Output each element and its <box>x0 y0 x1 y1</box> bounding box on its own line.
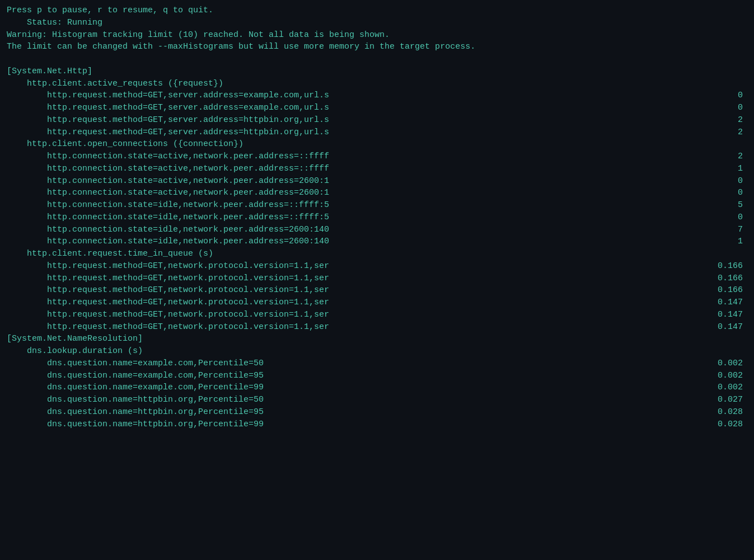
group-dns-lookup-duration-label: dns.lookup.duration (s) <box>7 345 747 357</box>
active-requests-row-0: http.request.method=GET,server.address=e… <box>7 90 747 102</box>
time-in-queue-row-5: http.request.method=GET,network.protocol… <box>7 321 747 333</box>
active-requests-row-3: http.request.method=GET,server.address=h… <box>7 126 747 139</box>
group-time-in-queue-label: http.client.request.time_in_queue (s) <box>7 248 747 260</box>
header-line-3: Warning: Histogram tracking limit (10) r… <box>7 29 747 41</box>
time-in-queue-row-4: http.request.method=GET,network.protocol… <box>7 309 747 321</box>
open-connections-row-4: http.connection.state=idle,network.peer.… <box>7 199 747 211</box>
open-connections-row-5: http.connection.state=idle,network.peer.… <box>7 211 747 224</box>
dns-lookup-row-2: dns.question.name=example.com,Percentile… <box>7 382 747 394</box>
group-open-connections-label: http.client.open_connections ({connectio… <box>7 138 747 150</box>
time-in-queue-row-2: http.request.method=GET,network.protocol… <box>7 284 747 297</box>
time-in-queue-row-3: http.request.method=GET,network.protocol… <box>7 297 747 309</box>
time-in-queue-row-1: http.request.method=GET,network.protocol… <box>7 272 747 285</box>
header-line-1: Press p to pause, r to resume, q to quit… <box>7 4 747 17</box>
section-system-net-http: [System.Net.Http] <box>7 65 747 78</box>
header-line-2: Status: Running <box>7 17 747 29</box>
open-connections-row-0: http.connection.state=active,network.pee… <box>7 150 747 163</box>
active-requests-row-1: http.request.method=GET,server.address=e… <box>7 102 747 114</box>
section-system-net-nameresolution: [System.Net.NameResolution] <box>7 333 747 345</box>
open-connections-row-2: http.connection.state=active,network.pee… <box>7 175 747 187</box>
active-requests-row-2: http.request.method=GET,server.address=h… <box>7 114 747 126</box>
dns-lookup-row-5: dns.question.name=httpbin.org,Percentile… <box>7 418 747 431</box>
blank-line-1 <box>7 53 747 65</box>
time-in-queue-row-0: http.request.method=GET,network.protocol… <box>7 260 747 272</box>
open-connections-row-1: http.connection.state=active,network.pee… <box>7 163 747 175</box>
dns-lookup-row-3: dns.question.name=httpbin.org,Percentile… <box>7 394 747 406</box>
dns-lookup-row-4: dns.question.name=httpbin.org,Percentile… <box>7 406 747 418</box>
open-connections-row-6: http.connection.state=idle,network.peer.… <box>7 224 747 236</box>
header-line-4: The limit can be changed with --maxHisto… <box>7 41 747 53</box>
dns-lookup-row-0: dns.question.name=example.com,Percentile… <box>7 357 747 370</box>
group-active-requests-label: http.client.active_requests ({request}) <box>7 78 747 90</box>
open-connections-row-7: http.connection.state=idle,network.peer.… <box>7 236 747 248</box>
terminal-output: Press p to pause, r to resume, q to quit… <box>7 4 747 430</box>
dns-lookup-row-1: dns.question.name=example.com,Percentile… <box>7 370 747 382</box>
open-connections-row-3: http.connection.state=active,network.pee… <box>7 187 747 199</box>
